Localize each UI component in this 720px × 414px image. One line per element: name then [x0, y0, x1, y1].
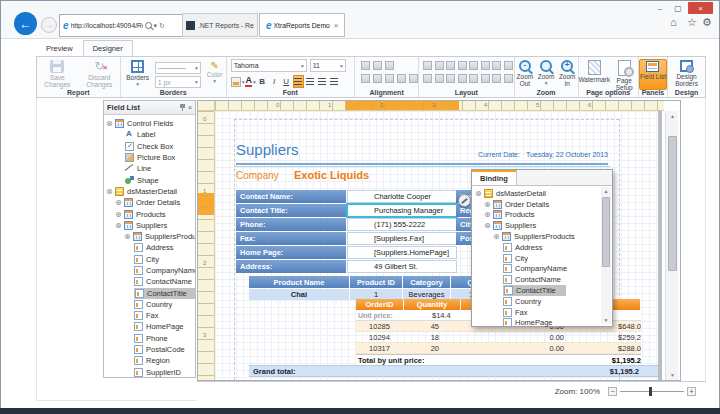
- tree-item-products[interactable]: ⊕Products: [472, 210, 600, 221]
- expander-icon[interactable]: ⊕: [115, 198, 124, 207]
- tree-item-address[interactable]: Address: [472, 242, 600, 253]
- font-name-select[interactable]: Tahoma ▾: [231, 59, 307, 72]
- fit-width-icon[interactable]: [469, 61, 478, 70]
- tree-item-picture-box[interactable]: Picture Box: [104, 152, 195, 163]
- unit-price-value[interactable]: $14.4: [432, 311, 451, 320]
- back-button[interactable]: ←: [14, 12, 37, 35]
- tab-designer[interactable]: Designer: [83, 40, 133, 56]
- smart-tag-icon[interactable]: [458, 194, 471, 207]
- tab-close-icon[interactable]: ×: [334, 21, 339, 30]
- font-color-icon[interactable]: A: [245, 76, 252, 87]
- tree-item-country[interactable]: Country: [104, 299, 195, 310]
- search-icon[interactable]: [145, 22, 152, 29]
- company-label[interactable]: Company: [236, 170, 279, 181]
- tree-item-supplierid[interactable]: SupplierID: [104, 367, 195, 378]
- chevron-down-icon[interactable]: ▾: [242, 79, 245, 85]
- refresh-icon[interactable]: ↻: [159, 22, 165, 30]
- contact-value-cell[interactable]: 49 Gilbert St.: [347, 260, 457, 273]
- align-rights-icon[interactable]: [385, 61, 394, 70]
- tree-item-country[interactable]: Country: [472, 296, 600, 307]
- current-date-label[interactable]: Current Date: Tuesday, 22 October 2013: [395, 151, 608, 158]
- zoom-out-slider-button[interactable]: −: [608, 387, 617, 396]
- align-lefts-icon[interactable]: [361, 61, 370, 70]
- contact-label-cell[interactable]: Address:: [236, 260, 346, 273]
- tree-item-fax[interactable]: Fax: [472, 307, 600, 318]
- tree-item-contacttitle[interactable]: ContactTitle: [472, 285, 600, 296]
- underline-button[interactable]: U: [281, 75, 292, 88]
- zoom-slider-thumb[interactable]: [649, 387, 652, 396]
- pin-icon[interactable]: [180, 104, 185, 111]
- contact-value-cell[interactable]: [Suppliers.HomePage]: [347, 246, 457, 259]
- tree-item-companyname[interactable]: CompanyName: [472, 264, 600, 275]
- scroll-up-icon[interactable]: ▲: [601, 187, 611, 195]
- report-title[interactable]: Suppliers: [236, 141, 299, 158]
- zoom-slider-track[interactable]: [620, 391, 684, 392]
- product-cell[interactable]: Chai: [249, 289, 349, 300]
- align-middles-icon[interactable]: [373, 74, 382, 83]
- zoom-in-slider-button[interactable]: +: [687, 387, 696, 396]
- scroll-down-icon[interactable]: ▼: [601, 316, 611, 324]
- expander-icon[interactable]: ⊕: [124, 232, 133, 241]
- scroll-up-icon[interactable]: ▲: [666, 111, 679, 121]
- favorites-star-icon[interactable]: ☆: [687, 16, 697, 29]
- design-surface[interactable]: Suppliers Current Date: Tuesday, 22 Octo…: [215, 111, 680, 380]
- autocomplete-caret-icon[interactable]: ▾: [154, 22, 158, 30]
- tab-preview[interactable]: Preview: [36, 40, 83, 56]
- same-width-icon[interactable]: [423, 61, 432, 70]
- fit-container-icon[interactable]: [481, 61, 490, 70]
- tree-item-city[interactable]: City: [104, 254, 195, 265]
- tree-item-fax[interactable]: Fax: [104, 310, 195, 321]
- order-row[interactable]: 10317 20 0.00 $288.0: [356, 343, 641, 354]
- url-text[interactable]: http://localhost:49094/ReportService/#Ma…: [71, 22, 143, 29]
- same-height-icon[interactable]: [446, 61, 455, 70]
- tree-item-contactname[interactable]: ContactName: [104, 276, 195, 287]
- tree-item-address[interactable]: Address: [104, 242, 195, 253]
- scroll-down-icon[interactable]: ▼: [666, 370, 679, 380]
- align-bottoms-icon[interactable]: [385, 74, 394, 83]
- contact-label-cell[interactable]: Fax:: [236, 232, 346, 245]
- align-centers-icon[interactable]: [373, 61, 382, 70]
- tree-item-products[interactable]: ⊕Products: [104, 208, 195, 219]
- tab-binding[interactable]: Binding: [472, 170, 517, 185]
- order-row[interactable]: 10294 18 0.00 $259.2: [356, 332, 641, 343]
- tree-item-homepage[interactable]: HomePage: [104, 321, 195, 332]
- size-to-grid-icon[interactable]: [458, 61, 467, 70]
- tree-item-check-box[interactable]: Check Box: [104, 141, 195, 152]
- field-list-button[interactable]: Field List: [639, 59, 667, 90]
- contact-label-cell[interactable]: Contact Name:: [236, 190, 346, 203]
- tree-item-region[interactable]: Region: [104, 355, 195, 366]
- align-grid-icon[interactable]: [397, 74, 406, 83]
- expander-icon[interactable]: ⊕: [493, 232, 502, 241]
- tree-item-homepage[interactable]: HomePage: [472, 318, 600, 329]
- chevron-down-icon[interactable]: ▾: [253, 79, 256, 85]
- column-header[interactable]: Category: [403, 276, 450, 288]
- close-panel-icon[interactable]: ×: [188, 104, 192, 111]
- browser-tab-xtrareports[interactable]: e XtraReports Demo ×: [259, 13, 345, 37]
- tree-item-dsmasterdetail[interactable]: ⊗dsMasterDetail: [104, 186, 195, 197]
- contact-value-cell[interactable]: [Suppliers.Fax]: [347, 232, 457, 245]
- line-width-select[interactable]: 1 px ▾: [155, 76, 201, 88]
- contact-label-cell[interactable]: Home Page:: [236, 246, 346, 259]
- h-spacing-decrease-icon[interactable]: [446, 74, 455, 83]
- tree-item-order-details[interactable]: ⊕Order Details: [104, 197, 195, 208]
- expander-icon[interactable]: ⊕: [115, 210, 124, 219]
- tree-item-contactname[interactable]: ContactName: [472, 274, 600, 285]
- expander-icon[interactable]: ⊗: [484, 221, 493, 230]
- address-bar[interactable]: e http://localhost:49094/ReportService/#…: [59, 14, 183, 37]
- font-size-select[interactable]: 11 ▾: [310, 59, 346, 72]
- tree-item-label-tool[interactable]: Label: [104, 129, 195, 140]
- contact-value-cell[interactable]: Charlotte Cooper: [347, 190, 457, 203]
- italic-button[interactable]: I: [269, 75, 280, 88]
- align-center-h-icon[interactable]: [409, 74, 418, 83]
- column-header[interactable]: Quantity: [404, 299, 460, 310]
- expander-icon[interactable]: ⊗: [475, 189, 484, 198]
- minimize-button[interactable]: –: [652, 2, 668, 14]
- contact-label-cell[interactable]: Phone:: [236, 218, 346, 231]
- design-vertical-scrollbar[interactable]: ▲ ▼: [665, 111, 678, 380]
- forward-button[interactable]: →: [41, 17, 57, 33]
- tree-item-postalcode[interactable]: PostalCode: [104, 344, 195, 355]
- expander-icon[interactable]: ⊗: [115, 221, 124, 230]
- align-tops-icon[interactable]: [361, 74, 370, 83]
- expander-icon[interactable]: ⊕: [484, 210, 493, 219]
- h-spacing-remove-icon[interactable]: [458, 74, 467, 83]
